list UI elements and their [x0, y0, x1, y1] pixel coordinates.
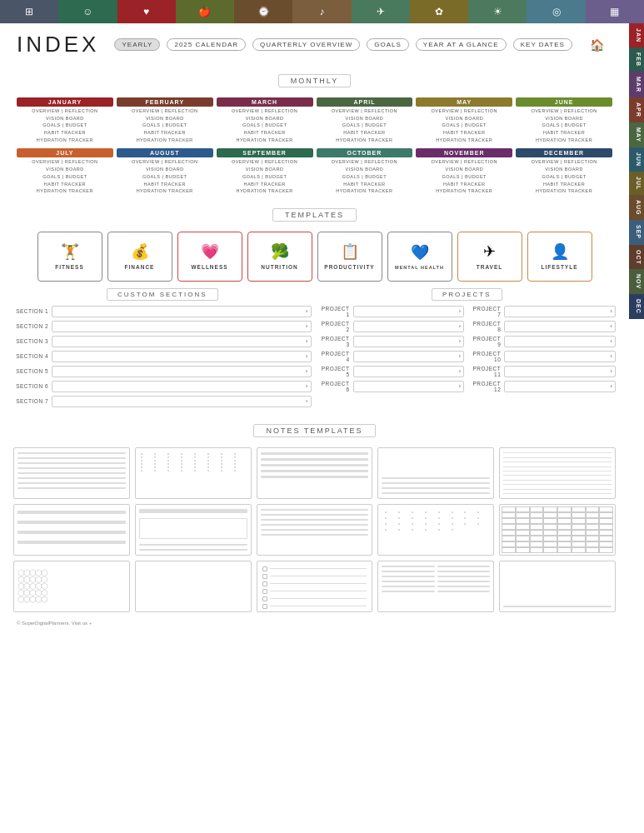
month-link[interactable]: HYDRATION TRACKER [317, 137, 413, 144]
month-link[interactable]: HABIT TRACKER [17, 182, 113, 188]
month-link[interactable]: HYDRATION TRACKER [17, 188, 113, 195]
month-name[interactable]: MAY [416, 97, 512, 107]
project-1-input[interactable]: › [353, 306, 465, 317]
sidebar-apr[interactable]: APR [629, 97, 644, 122]
month-link[interactable]: OVERVIEW | REFLECTION [516, 108, 612, 115]
project-9-input[interactable]: › [504, 336, 616, 347]
month-link[interactable]: VISION BOARD [317, 167, 413, 173]
sidebar-feb[interactable]: FEB [629, 47, 644, 72]
sidebar-nov[interactable]: NOV [629, 269, 644, 294]
project-4-arrow[interactable]: › [459, 352, 462, 360]
month-name[interactable]: JANUARY [17, 97, 113, 107]
section-6-arrow[interactable]: › [306, 382, 308, 390]
month-link[interactable]: HYDRATION TRACKER [217, 137, 313, 144]
month-link[interactable]: GOALS | BUDGET [117, 174, 213, 181]
project-3-input[interactable]: › [353, 336, 465, 347]
sidebar-jun[interactable]: JUN [629, 147, 644, 172]
note-lined[interactable] [13, 447, 130, 499]
template-mental-health[interactable]: 💙 MENTAL HEALTH [387, 232, 452, 282]
month-link[interactable]: VISION BOARD [317, 116, 413, 122]
note-wide-lined[interactable] [257, 447, 373, 499]
note-wide-blank[interactable] [499, 561, 616, 612]
month-name[interactable]: JUNE [516, 97, 612, 107]
month-name[interactable]: MARCH [217, 97, 313, 107]
month-link[interactable]: OVERVIEW | REFLECTION [416, 159, 512, 166]
month-link[interactable]: VISION BOARD [117, 116, 213, 122]
note-lined-2[interactable] [257, 504, 373, 556]
month-link[interactable]: HABIT TRACKER [317, 182, 413, 188]
section-5-arrow[interactable]: › [306, 367, 308, 375]
month-link[interactable]: HABIT TRACKER [217, 182, 313, 188]
month-link[interactable]: HABIT TRACKER [416, 130, 512, 137]
section-5-input[interactable]: › [52, 366, 312, 377]
month-link[interactable]: HYDRATION TRACKER [516, 188, 612, 195]
project-1-arrow[interactable]: › [459, 307, 462, 315]
template-productivity[interactable]: 📋 PRODUCTIVITY [317, 232, 382, 282]
month-link[interactable]: HYDRATION TRACKER [217, 188, 313, 195]
top-bar-item[interactable]: ♪ [292, 0, 351, 23]
note-narrow-lined[interactable] [499, 447, 616, 499]
note-split-lined[interactable] [377, 561, 494, 612]
month-link[interactable]: GOALS | BUDGET [17, 122, 113, 129]
month-name[interactable]: OCTOBER [317, 148, 413, 157]
month-link[interactable]: HABIT TRACKER [117, 182, 213, 188]
month-link[interactable]: HABIT TRACKER [17, 130, 113, 137]
sidebar-may[interactable]: MAY [629, 122, 644, 147]
month-link[interactable]: HABIT TRACKER [317, 130, 413, 137]
month-name[interactable]: AUGUST [117, 148, 213, 157]
month-link[interactable]: VISION BOARD [17, 116, 113, 122]
top-bar-item[interactable]: ▦ [586, 0, 644, 23]
note-dotted[interactable] [135, 447, 252, 499]
month-link[interactable]: HABIT TRACKER [516, 130, 612, 137]
month-name[interactable]: SEPTEMBER [217, 148, 313, 157]
month-name[interactable]: JULY [17, 148, 113, 157]
month-link[interactable]: GOALS | BUDGET [416, 174, 512, 181]
section-2-arrow[interactable]: › [306, 322, 308, 330]
section-3-arrow[interactable]: › [306, 337, 308, 345]
top-bar-item[interactable]: ☺ [58, 0, 117, 23]
note-dot-sparse[interactable] [377, 504, 494, 556]
section-4-arrow[interactable]: › [306, 352, 308, 360]
month-link[interactable]: VISION BOARD [416, 116, 512, 122]
month-link[interactable]: OVERVIEW | REFLECTION [17, 159, 113, 166]
month-link[interactable]: GOALS | BUDGET [416, 122, 512, 129]
project-10-arrow[interactable]: › [610, 352, 612, 360]
section-6-input[interactable]: › [52, 381, 312, 392]
project-9-arrow[interactable]: › [610, 337, 612, 345]
sidebar-dec[interactable]: DEC [629, 294, 644, 319]
note-grid[interactable] [499, 504, 616, 556]
template-fitness[interactable]: 🏋 FITNESS [37, 232, 102, 282]
month-link[interactable]: GOALS | BUDGET [317, 174, 413, 181]
month-link[interactable]: VISION BOARD [217, 167, 313, 173]
project-5-input[interactable]: › [353, 366, 465, 377]
month-link[interactable]: HYDRATION TRACKER [17, 137, 113, 144]
top-bar-item[interactable]: ⌚ [234, 0, 292, 23]
month-link[interactable]: OVERVIEW | REFLECTION [317, 159, 413, 166]
month-link[interactable]: OVERVIEW | REFLECTION [117, 159, 213, 166]
sidebar-mar[interactable]: MAR [629, 72, 644, 97]
project-10-input[interactable]: › [504, 351, 616, 362]
sidebar-oct[interactable]: OCT [629, 245, 644, 270]
month-link[interactable]: OVERVIEW | REFLECTION [217, 108, 313, 115]
template-travel[interactable]: ✈ TRAVEL [457, 232, 522, 282]
month-link[interactable]: OVERVIEW | REFLECTION [416, 108, 512, 115]
project-8-arrow[interactable]: › [610, 322, 612, 330]
month-link[interactable]: OVERVIEW | REFLECTION [217, 159, 313, 166]
template-finance[interactable]: 💰 FINANCE [107, 232, 172, 282]
month-name[interactable]: NOVEMBER [416, 148, 512, 157]
month-link[interactable]: HYDRATION TRACKER [516, 137, 612, 144]
section-3-input[interactable]: › [52, 336, 312, 347]
month-link[interactable]: GOALS | BUDGET [17, 174, 113, 181]
month-link[interactable]: HYDRATION TRACKER [416, 188, 512, 195]
note-blank-box[interactable] [135, 561, 252, 612]
month-link[interactable]: GOALS | BUDGET [317, 122, 413, 129]
nav-key-dates[interactable]: KEY DATES [513, 38, 572, 51]
month-link[interactable]: GOALS | BUDGET [117, 122, 213, 129]
month-link[interactable]: HYDRATION TRACKER [416, 137, 512, 144]
project-6-input[interactable]: › [353, 381, 465, 392]
project-7-input[interactable]: › [504, 306, 616, 317]
month-link[interactable]: HABIT TRACKER [516, 182, 612, 188]
note-blank[interactable] [377, 447, 494, 499]
nav-yearly[interactable]: YEARLY [114, 38, 160, 51]
nav-goals[interactable]: GOALS [367, 38, 409, 51]
